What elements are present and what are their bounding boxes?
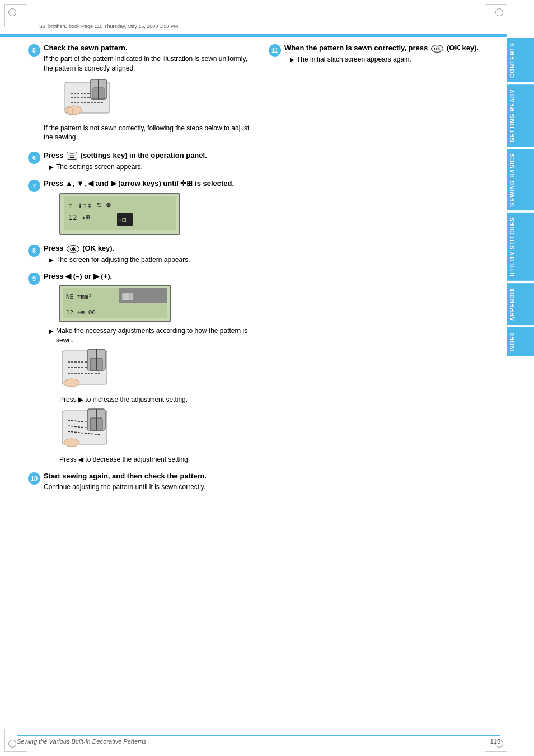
svg-text:▓▓▓: ▓▓▓: [122, 293, 133, 300]
step-9-title: Press ◀ (–) or ▶ (+).: [44, 272, 251, 280]
pattern-illustration-aligned: [59, 77, 251, 120]
corner-decoration-tl: [4, 4, 27, 27]
step-9-bullet1: Make the necessary adjustments according…: [49, 326, 251, 345]
right-column: 11 When the pattern is sewn correctly, p…: [257, 38, 500, 734]
footer: Sewing the Various Built-In Decorative P…: [17, 735, 500, 745]
step-11-number: 11: [269, 44, 281, 57]
step-5-content: Check the sewn pattern. If the part of t…: [44, 44, 251, 145]
step-5-title: Check the sewn pattern.: [44, 44, 251, 52]
lcd-screen-step7: ↑ ↕↑↕ ≋ ⊛ 12 ✦⊞ ✛⊞: [59, 193, 180, 235]
step-11-title-prefix: When the pattern is sewn correctly, pres…: [284, 44, 428, 52]
step-10: 10 Start sewing again, and then check th…: [28, 472, 251, 495]
step-5-number: 5: [28, 44, 40, 57]
corner-circle-tl: [8, 8, 16, 16]
sidebar-tab-sewing-basics[interactable]: SEWING BASICS: [507, 149, 534, 210]
step-10-content: Start sewing again, and then check the p…: [44, 472, 251, 495]
step-7-number: 7: [28, 180, 40, 192]
step-8-arrow: The screen for adjusting the pattern app…: [49, 255, 251, 265]
main-content: 5 Check the sewn pattern. If the part of…: [17, 38, 500, 734]
step-9-number: 9: [28, 273, 40, 285]
svg-text:↑ ↕↑↕  ≋  ⊛: ↑ ↕↑↕ ≋ ⊛: [68, 200, 111, 209]
sidebar-tab-index[interactable]: INDEX: [507, 327, 534, 356]
step-6: 6 Press ☰ (settings key) in the operatio…: [28, 151, 251, 173]
step-5-body1: If the part of the pattern indicated in …: [44, 54, 251, 73]
step-11-arrow: The initial stitch screen appears again.: [290, 55, 495, 64]
step-10-title: Start sewing again, and then check the p…: [44, 472, 251, 480]
step-11-title: When the pattern is sewn correctly, pres…: [284, 44, 495, 53]
svg-text:NE ≋mm²: NE ≋mm²: [66, 293, 92, 300]
corner-circle-tr: [495, 8, 503, 16]
right-arrow-icon: ▶: [78, 396, 83, 403]
step-11: 11 When the pattern is sewn correctly, p…: [269, 44, 495, 66]
sidebar-tab-appendix[interactable]: APPENDIX: [507, 283, 534, 325]
footer-description: Sewing the Various Built-In Decorative P…: [17, 738, 146, 745]
step-8-number: 8: [28, 245, 40, 257]
svg-rect-8: [68, 107, 72, 114]
header-bar: [0, 34, 507, 37]
step-6-content: Press ☰ (settings key) in the operation …: [44, 151, 251, 173]
step-6-title-suffix: (settings key) in the operation panel.: [81, 151, 207, 159]
sidebar: CONTENTS GETTING READY SEWING BASICS UTI…: [507, 38, 534, 356]
step-9: 9 Press ◀ (–) or ▶ (+). NE ≋mm² ▓▓▓ 12 ✛…: [28, 272, 251, 466]
step-11-content: When the pattern is sewn correctly, pres…: [284, 44, 495, 66]
step-5-body2: If the pattern is not sewn correctly, fo…: [44, 124, 251, 143]
settings-key-icon: ☰: [67, 152, 77, 160]
corner-decoration-tr: [485, 4, 507, 27]
step-8-content: Press ok (OK key). The screen for adjust…: [44, 244, 251, 266]
step-6-number: 6: [28, 152, 40, 164]
step-7-content: Press ▲, ▼, ◀ and ▶ (arrow keys) until ✛…: [44, 179, 251, 238]
svg-text:12  ✛⊞       00: 12 ✛⊞ 00: [66, 309, 96, 316]
ok-key-icon-step8: ok: [67, 245, 79, 253]
step-5: 5 Check the sewn pattern. If the part of…: [28, 44, 251, 145]
step-6-press-text: Press: [44, 151, 65, 159]
step-8-press-text: Press: [44, 244, 65, 252]
sidebar-tab-getting-ready[interactable]: GETTING READY: [507, 84, 534, 147]
ok-key-icon-step11: ok: [431, 45, 444, 53]
step-10-body: Continue adjusting the pattern until it …: [44, 482, 251, 492]
step-10-number: 10: [28, 472, 40, 485]
pattern-illustration-step9b: [59, 408, 251, 452]
pattern-illustration-step9a: [59, 348, 251, 392]
left-column: 5 Check the sewn pattern. If the part of…: [17, 38, 257, 734]
footer-page-number: 115: [490, 738, 500, 745]
svg-text:12 ✦⊞: 12 ✦⊞: [68, 213, 90, 222]
svg-point-35: [64, 439, 79, 447]
corner-circle-bl: [8, 740, 16, 748]
lcd-screen-step9: NE ≋mm² ▓▓▓ 12 ✛⊞ 00: [59, 285, 171, 322]
left-arrow-icon: ◀: [78, 456, 83, 463]
step-8-title: Press ok (OK key).: [44, 244, 251, 253]
step-8-title-suffix: (OK key).: [82, 244, 114, 252]
sidebar-tab-contents[interactable]: CONTENTS: [507, 38, 534, 82]
svg-point-27: [64, 379, 79, 387]
step-9-increase-text: Press ▶ to increase the adjustment setti…: [59, 395, 251, 405]
sidebar-tab-utility-stitches[interactable]: UTILITY STITCHES: [507, 213, 534, 281]
step-6-arrow: The settings screen appears.: [49, 162, 251, 172]
svg-text:✛⊞: ✛⊞: [118, 216, 126, 224]
filepath: S3_brotherE.book Page 115 Thursday, May …: [39, 24, 178, 29]
step-7-title: Press ▲, ▼, ◀ and ▶ (arrow keys) until ✛…: [44, 179, 251, 187]
step-9-content: Press ◀ (–) or ▶ (+). NE ≋mm² ▓▓▓ 12 ✛⊞ …: [44, 272, 251, 466]
step-6-title: Press ☰ (settings key) in the operation …: [44, 151, 251, 160]
step-7: 7 Press ▲, ▼, ◀ and ▶ (arrow keys) until…: [28, 179, 251, 238]
step-8: 8 Press ok (OK key). The screen for adju…: [28, 244, 251, 266]
step-11-title-suffix: (OK key).: [447, 44, 479, 52]
step-9-decrease-text: Press ◀ to decrease the adjustment setti…: [59, 455, 251, 464]
